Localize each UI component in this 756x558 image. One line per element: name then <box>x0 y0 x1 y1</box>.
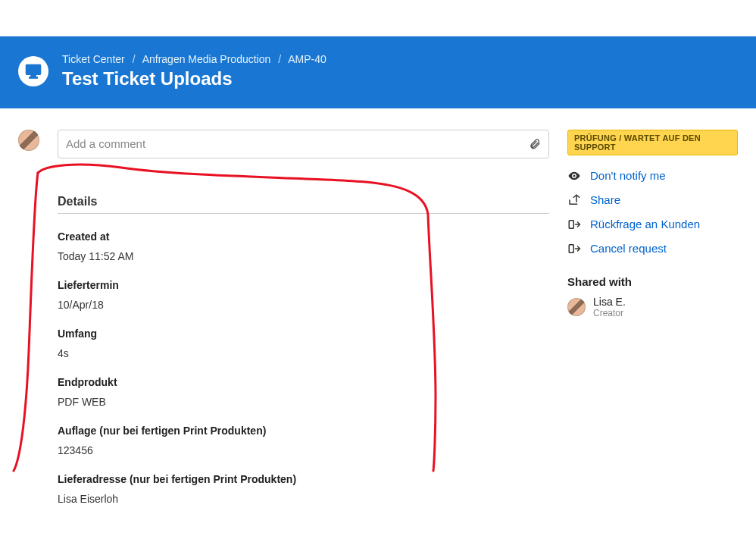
action-list: Don't notify me Share <box>567 169 738 255</box>
comment-box <box>58 130 549 158</box>
shared-user-name: Lisa E. <box>593 296 626 308</box>
share-action[interactable]: Share <box>567 193 738 207</box>
detail-field-value: Lisa Eiserloh <box>58 493 549 505</box>
shared-with-title: Shared with <box>567 275 738 288</box>
detail-field: Liefertermin 10/Apr/18 <box>58 279 549 311</box>
svg-rect-6 <box>569 245 573 253</box>
detail-field: Created at Today 11:52 AM <box>58 230 549 262</box>
breadcrumb-item[interactable]: Ticket Center <box>62 53 125 65</box>
svg-rect-2 <box>27 66 39 74</box>
detail-field-label: Liefertermin <box>58 279 549 291</box>
shared-with-user: Lisa E. Creator <box>567 296 738 318</box>
action-label: Cancel request <box>590 242 667 255</box>
dont-notify-me-action[interactable]: Don't notify me <box>567 169 738 183</box>
detail-field: Auflage (nur bei fertigen Print Produkte… <box>58 425 549 456</box>
detail-field-label: Auflage (nur bei fertigen Print Produkte… <box>58 425 549 437</box>
eye-icon <box>567 169 581 183</box>
detail-field-label: Created at <box>58 230 549 243</box>
breadcrumb-item[interactable]: AMP-40 <box>288 53 326 65</box>
shared-user-role: Creator <box>593 308 626 318</box>
main-column: Details Created at Today 11:52 AM Liefer… <box>58 130 549 505</box>
rueckfrage-action[interactable]: Rückfrage an Kunden <box>567 218 738 231</box>
detail-field-label: Umfang <box>58 328 549 340</box>
breadcrumb-item[interactable]: Anfragen Media Production <box>142 53 271 65</box>
share-icon <box>567 193 581 207</box>
action-label: Share <box>590 193 620 206</box>
attach-button[interactable] <box>526 135 544 153</box>
action-label: Don't notify me <box>590 169 666 182</box>
detail-field: Umfang 4s <box>58 328 549 359</box>
detail-field-label: Endprodukt <box>58 376 549 388</box>
detail-field-value: 123456 <box>58 444 549 456</box>
page-header: Ticket Center / Anfragen Media Productio… <box>0 36 756 108</box>
transition-icon <box>567 218 581 231</box>
breadcrumb-separator: / <box>278 53 281 65</box>
detail-field-value: 4s <box>58 347 549 359</box>
detail-field-label: Lieferadresse (nur bei fertigen Print Pr… <box>58 473 549 485</box>
breadcrumb: Ticket Center / Anfragen Media Productio… <box>62 53 326 65</box>
detail-field: Endprodukt PDF WEB <box>58 376 549 408</box>
detail-field: Lieferadresse (nur bei fertigen Print Pr… <box>58 473 549 505</box>
project-monitor-icon <box>18 56 48 86</box>
current-user-avatar-column <box>18 130 39 505</box>
svg-rect-5 <box>569 221 573 229</box>
svg-rect-4 <box>30 77 38 79</box>
details-section-title: Details <box>58 195 549 214</box>
paperclip-icon <box>529 138 541 150</box>
comment-input[interactable] <box>58 130 521 158</box>
cancel-request-action[interactable]: Cancel request <box>567 242 738 255</box>
sidebar: PRÜFUNG / WARTET AUF DEN SUPPORT Don't n… <box>567 130 738 505</box>
avatar <box>18 130 39 151</box>
transition-icon <box>567 242 581 255</box>
avatar <box>567 298 586 316</box>
breadcrumb-separator: / <box>133 53 136 65</box>
detail-field-value: PDF WEB <box>58 396 549 408</box>
detail-field-value: 10/Apr/18 <box>58 299 549 311</box>
action-label: Rückfrage an Kunden <box>590 218 700 230</box>
detail-field-value: Today 11:52 AM <box>58 250 549 262</box>
page-title: Test Ticket Uploads <box>62 68 326 90</box>
status-badge: PRÜFUNG / WARTET AUF DEN SUPPORT <box>567 130 738 155</box>
